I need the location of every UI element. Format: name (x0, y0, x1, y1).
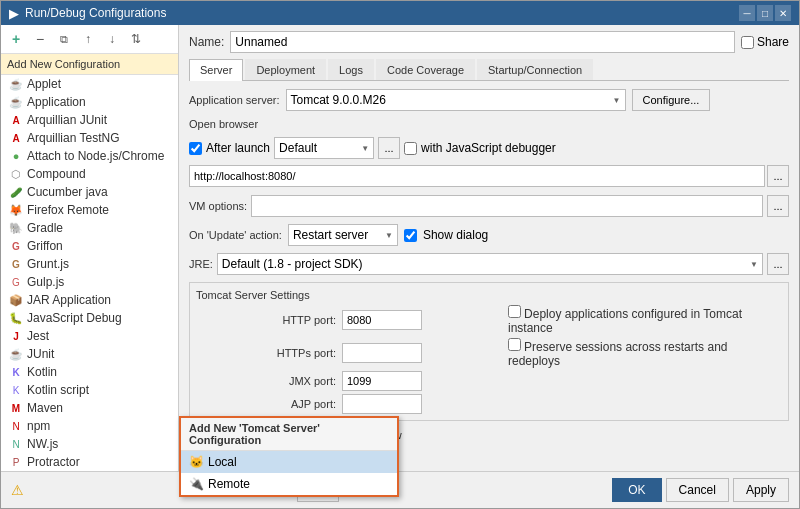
list-item-kotlin-script[interactable]: K Kotlin script (1, 381, 178, 399)
kotlin-label: Kotlin (27, 365, 57, 379)
list-item-jar[interactable]: 📦 JAR Application (1, 291, 178, 309)
browser-dropdown[interactable]: Default ▼ (274, 137, 374, 159)
app-server-label: Application server: (189, 94, 280, 106)
jmx-port-input[interactable] (342, 371, 422, 391)
run-debug-dialog: ▶ Run/Debug Configurations ─ □ ✕ + − ⧉ ↑… (0, 0, 800, 509)
vm-options-row: VM options: ... (189, 195, 789, 217)
warning-icon: ⚠ (11, 482, 24, 498)
gulp-label: Gulp.js (27, 275, 64, 289)
tab-code-coverage[interactable]: Code Coverage (376, 59, 475, 80)
firefox-icon: 🦊 (9, 204, 23, 217)
sort-button[interactable]: ⇅ (125, 28, 147, 50)
list-item-jest[interactable]: J Jest (1, 327, 178, 345)
junit-icon: ☕ (9, 348, 23, 361)
tab-startup[interactable]: Startup/Connection (477, 59, 593, 80)
vm-ellipsis-button[interactable]: ... (767, 195, 789, 217)
list-item-firefox[interactable]: 🦊 Firefox Remote (1, 201, 178, 219)
submenu-item-remote[interactable]: 🔌 Remote (181, 473, 397, 495)
vm-options-input[interactable] (251, 195, 763, 217)
ajp-port-label: AJP port: (196, 398, 336, 410)
share-checkbox[interactable] (741, 36, 754, 49)
copy-config-button[interactable]: ⧉ (53, 28, 75, 50)
url-row: ... (189, 165, 789, 187)
preserve-checkbox[interactable] (508, 338, 521, 351)
list-item-nwjs[interactable]: N NW.js (1, 435, 178, 453)
js-debugger-checkbox[interactable] (404, 142, 417, 155)
left-toolbar: + − ⧉ ↑ ↓ ⇅ (1, 25, 178, 54)
browser-ellipsis-button[interactable]: ... (378, 137, 400, 159)
url-input[interactable] (189, 165, 765, 187)
ok-button[interactable]: OK (612, 478, 661, 502)
restart-arrow-icon: ▼ (385, 231, 393, 240)
list-item-arquillian-testng[interactable]: A Arquillian TestNG (1, 129, 178, 147)
arquillian-junit-label: Arquillian JUnit (27, 113, 107, 127)
list-item-application[interactable]: ☕ Application (1, 93, 178, 111)
ajp-port-input[interactable] (342, 394, 422, 414)
share-checkbox-row: Share (741, 35, 789, 49)
remove-config-button[interactable]: − (29, 28, 51, 50)
title-bar-left: ▶ Run/Debug Configurations (9, 6, 166, 21)
configure-button[interactable]: Configure... (632, 89, 711, 111)
list-item-kotlin[interactable]: K Kotlin (1, 363, 178, 381)
tab-server[interactable]: Server (189, 59, 243, 81)
show-dialog-label: Show dialog (423, 228, 488, 242)
name-input[interactable] (230, 31, 735, 53)
js-debug-icon: 🐛 (9, 312, 23, 325)
list-item-arquillian-junit[interactable]: A Arquillian JUnit (1, 111, 178, 129)
nwjs-label: NW.js (27, 437, 58, 451)
list-item-cucumber[interactable]: 🥒 Cucumber java (1, 183, 178, 201)
list-item-npm[interactable]: N npm (1, 417, 178, 435)
deploy-checkbox[interactable] (508, 305, 521, 318)
close-button[interactable]: ✕ (775, 5, 791, 21)
firefox-label: Firefox Remote (27, 203, 109, 217)
move-down-button[interactable]: ↓ (101, 28, 123, 50)
list-item-griffon[interactable]: G Griffon (1, 237, 178, 255)
app-server-arrow-icon: ▼ (613, 96, 621, 105)
show-dialog-checkbox[interactable] (404, 229, 417, 242)
attach-node-label: Attach to Node.js/Chrome (27, 149, 164, 163)
left-panel: + − ⧉ ↑ ↓ ⇅ Add New Configuration ☕ Appl… (1, 25, 179, 471)
minimize-button[interactable]: ─ (739, 5, 755, 21)
protractor-icon: P (9, 457, 23, 468)
maximize-button[interactable]: □ (757, 5, 773, 21)
jre-ellipsis-button[interactable]: ... (767, 253, 789, 275)
list-item-js-debug[interactable]: 🐛 JavaScript Debug (1, 309, 178, 327)
application-label: Application (27, 95, 86, 109)
apply-button[interactable]: Apply (733, 478, 789, 502)
list-item-attach-node[interactable]: ● Attach to Node.js/Chrome (1, 147, 178, 165)
tab-deployment[interactable]: Deployment (245, 59, 326, 80)
submenu-item-local[interactable]: 🐱 Local (181, 451, 397, 473)
deploy-label-text: Deploy applications configured in Tomcat… (508, 307, 742, 335)
cancel-button[interactable]: Cancel (666, 478, 729, 502)
list-item-grunt[interactable]: G Grunt.js (1, 255, 178, 273)
app-server-dropdown[interactable]: Tomcat 9.0.0.M26 ▼ (286, 89, 626, 111)
move-up-button[interactable]: ↑ (77, 28, 99, 50)
restart-dropdown[interactable]: Restart server ▼ (288, 224, 398, 246)
compound-label: Compound (27, 167, 86, 181)
list-item-junit[interactable]: ☕ JUnit (1, 345, 178, 363)
deploy-instances-label: Deploy applications configured in Tomcat… (508, 305, 782, 335)
title-bar: ▶ Run/Debug Configurations ─ □ ✕ (1, 1, 799, 25)
list-item-applet[interactable]: ☕ Applet (1, 75, 178, 93)
url-ellipsis-button[interactable]: ... (767, 165, 789, 187)
jre-dropdown[interactable]: Default (1.8 - project SDK) ▼ (217, 253, 763, 275)
http-port-input[interactable] (342, 310, 422, 330)
dialog-title: Run/Debug Configurations (25, 6, 166, 20)
tab-logs[interactable]: Logs (328, 59, 374, 80)
remote-server-icon: 🔌 (189, 477, 204, 491)
kotlin-script-label: Kotlin script (27, 383, 89, 397)
after-launch-checkbox[interactable] (189, 142, 202, 155)
list-item-gulp[interactable]: G Gulp.js (1, 273, 178, 291)
add-config-button[interactable]: + (5, 28, 27, 50)
list-item-gradle[interactable]: 🐘 Gradle (1, 219, 178, 237)
list-item-compound[interactable]: ⬡ Compound (1, 165, 178, 183)
list-item-protractor[interactable]: P Protractor (1, 453, 178, 471)
bottom-bar: ⚠ Fix OK Cancel Apply (1, 471, 799, 508)
https-port-input[interactable] (342, 343, 422, 363)
list-item-maven[interactable]: M Maven (1, 399, 178, 417)
kotlin-script-icon: K (9, 385, 23, 396)
applet-icon: ☕ (9, 78, 23, 91)
open-browser-section-label: Open browser (189, 118, 789, 130)
dialog-icon: ▶ (9, 6, 19, 21)
on-update-row: On 'Update' action: Restart server ▼ Sho… (189, 224, 789, 246)
